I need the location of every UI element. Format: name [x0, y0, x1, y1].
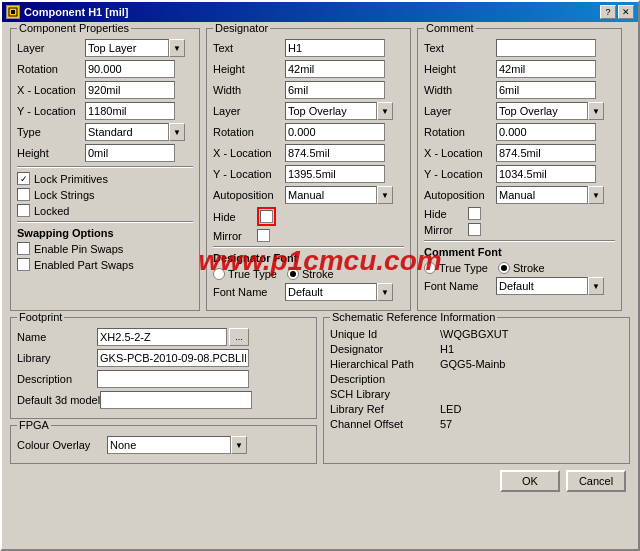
fp-3d-input[interactable] — [100, 391, 252, 409]
com-width-label: Width — [424, 84, 496, 96]
com-y-input[interactable] — [496, 165, 596, 183]
fp-description-label: Description — [17, 373, 97, 385]
com-stroke-radio[interactable] — [498, 262, 510, 274]
des-layer-input[interactable] — [285, 102, 377, 120]
com-hide-checkbox[interactable] — [468, 207, 481, 220]
sch-unique-id-label: Unique Id — [330, 328, 440, 340]
sch-channel-offset-value: 57 — [440, 418, 452, 430]
x-location-label: X - Location — [17, 84, 85, 96]
lock-strings-checkbox[interactable] — [17, 188, 30, 201]
bottom-right-col: Schematic Reference Information Unique I… — [323, 317, 630, 464]
locked-label: Locked — [34, 205, 69, 217]
com-font-name-dropdown-btn[interactable]: ▼ — [588, 277, 604, 295]
sch-library-label: SCH Library — [330, 388, 440, 400]
des-x-input[interactable] — [285, 144, 385, 162]
schematic-title: Schematic Reference Information — [330, 311, 497, 323]
locked-checkbox[interactable] — [17, 204, 30, 217]
com-autoposition-dropdown-btn[interactable]: ▼ — [588, 186, 604, 204]
close-button[interactable]: ✕ — [618, 5, 634, 19]
footprint-title: Footprint — [17, 311, 64, 323]
des-width-input[interactable] — [285, 81, 385, 99]
com-font-name-label: Font Name — [424, 280, 496, 292]
window-icon — [6, 5, 20, 19]
des-text-input[interactable] — [285, 39, 385, 57]
fp-description-input[interactable] — [97, 370, 249, 388]
des-stroke-radio-item[interactable]: Stroke — [287, 268, 334, 280]
com-true-type-label: True Type — [439, 262, 488, 274]
type-label: Type — [17, 126, 85, 138]
x-location-input[interactable] — [85, 81, 175, 99]
des-height-input[interactable] — [285, 60, 385, 78]
des-rotation-input[interactable] — [285, 123, 385, 141]
des-autoposition-input[interactable] — [285, 186, 377, 204]
com-height-input[interactable] — [496, 60, 596, 78]
sch-desc-label: Description — [330, 373, 440, 385]
help-button[interactable]: ? — [600, 5, 616, 19]
com-layer-input[interactable] — [496, 102, 588, 120]
com-autoposition-label: Autoposition — [424, 189, 496, 201]
sch-library-ref-label: Library Ref — [330, 403, 440, 415]
com-mirror-checkbox[interactable] — [468, 223, 481, 236]
des-autoposition-dropdown-btn[interactable]: ▼ — [377, 186, 393, 204]
layer-label: Layer — [17, 42, 85, 54]
fp-name-browse-btn[interactable]: ... — [229, 328, 249, 346]
cancel-button[interactable]: Cancel — [566, 470, 626, 492]
lock-primitives-label: Lock Primitives — [34, 173, 108, 185]
des-hide-label: Hide — [213, 211, 253, 223]
sch-hierarchical-label: Hierarchical Path — [330, 358, 440, 370]
component-properties-title: Component Properties — [17, 22, 131, 34]
sch-channel-offset-label: Channel Offset — [330, 418, 440, 430]
fpga-colour-input[interactable] — [107, 436, 231, 454]
des-x-label: X - Location — [213, 147, 285, 159]
com-y-label: Y - Location — [424, 168, 496, 180]
layer-input[interactable] — [85, 39, 169, 57]
enable-pin-swaps-checkbox[interactable] — [17, 242, 30, 255]
fpga-title: FPGA — [17, 419, 51, 431]
type-input[interactable] — [85, 123, 169, 141]
des-layer-label: Layer — [213, 105, 285, 117]
title-button-group: ? ✕ — [600, 5, 634, 19]
des-stroke-radio[interactable] — [287, 268, 299, 280]
com-width-input[interactable] — [496, 81, 596, 99]
sch-hierarchical-value: GQG5-Mainb — [440, 358, 505, 370]
com-font-name-input[interactable] — [496, 277, 588, 295]
lock-strings-label: Lock Strings — [34, 189, 95, 201]
com-true-type-radio-item[interactable]: True Type — [424, 262, 488, 274]
com-text-input[interactable] — [496, 39, 596, 57]
des-font-panel-title: Designator Font — [213, 252, 404, 264]
com-height-label: Height — [424, 63, 496, 75]
lock-primitives-checkbox[interactable] — [17, 172, 30, 185]
des-height-label: Height — [213, 63, 285, 75]
fpga-colour-dropdown-btn[interactable]: ▼ — [231, 436, 247, 454]
height-input[interactable] — [85, 144, 175, 162]
des-font-name-input[interactable] — [285, 283, 377, 301]
com-x-input[interactable] — [496, 144, 596, 162]
com-mirror-label: Mirror — [424, 224, 464, 236]
des-y-label: Y - Location — [213, 168, 285, 180]
y-location-input[interactable] — [85, 102, 175, 120]
des-y-input[interactable] — [285, 165, 385, 183]
layer-dropdown-btn[interactable]: ▼ — [169, 39, 185, 57]
com-layer-dropdown-btn[interactable]: ▼ — [588, 102, 604, 120]
fp-name-input[interactable] — [97, 328, 227, 346]
des-true-type-radio[interactable] — [213, 268, 225, 280]
fp-library-input[interactable] — [97, 349, 249, 367]
com-rotation-input[interactable] — [496, 123, 596, 141]
com-x-label: X - Location — [424, 147, 496, 159]
type-dropdown-btn[interactable]: ▼ — [169, 123, 185, 141]
title-bar: Component H1 [mil] ? ✕ — [2, 2, 638, 22]
rotation-input[interactable] — [85, 60, 175, 78]
com-stroke-radio-item[interactable]: Stroke — [498, 262, 545, 274]
designator-title: Designator — [213, 22, 270, 34]
enabled-part-swaps-checkbox[interactable] — [17, 258, 30, 271]
y-location-label: Y - Location — [17, 105, 85, 117]
ok-button[interactable]: OK — [500, 470, 560, 492]
des-true-type-radio-item[interactable]: True Type — [213, 268, 277, 280]
com-true-type-radio[interactable] — [424, 262, 436, 274]
enabled-part-swaps-label: Enabled Part Swaps — [34, 259, 134, 271]
des-font-name-dropdown-btn[interactable]: ▼ — [377, 283, 393, 301]
com-autoposition-input[interactable] — [496, 186, 588, 204]
des-layer-dropdown-btn[interactable]: ▼ — [377, 102, 393, 120]
des-hide-checkbox[interactable] — [260, 210, 273, 223]
des-mirror-checkbox[interactable] — [257, 229, 270, 242]
